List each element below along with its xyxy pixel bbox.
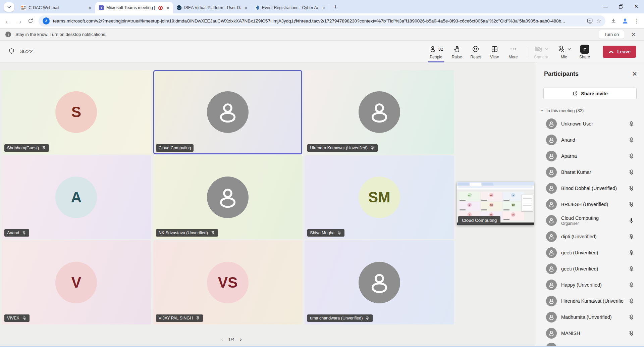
people-button[interactable]: 32 People bbox=[425, 42, 447, 62]
participant-row[interactable]: Aparna bbox=[536, 148, 644, 164]
reload-icon bbox=[28, 18, 34, 24]
back-button[interactable]: ← bbox=[5, 18, 11, 24]
browser-tab-event-registrations[interactable]: Event Registrations - Cyber Awa × bbox=[251, 2, 329, 13]
mic-button[interactable]: Mic bbox=[552, 42, 575, 62]
browser-tab-teams-meeting[interactable]: T Microsoft Teams meeting | × bbox=[95, 2, 173, 13]
mic-in-use-badge-icon[interactable] bbox=[43, 17, 50, 24]
mic-label: Mic bbox=[561, 55, 567, 59]
forward-button[interactable]: → bbox=[16, 18, 22, 24]
raise-hand-button[interactable]: Raise bbox=[447, 42, 466, 62]
camera-chevron-icon[interactable] bbox=[545, 48, 548, 50]
participant-row[interactable]: Unknown User bbox=[536, 116, 644, 132]
participant-avatar-icon bbox=[546, 247, 557, 258]
url-text[interactable]: teams.microsoft.com/v2/?meetingjoin=true… bbox=[53, 18, 583, 23]
page-next-icon[interactable]: › bbox=[239, 336, 241, 343]
participant-row[interactable]: Hirendra Kumawat (Unverified) bbox=[536, 293, 644, 309]
participant-mic-icon[interactable] bbox=[628, 250, 635, 256]
participant-mic-icon[interactable] bbox=[628, 169, 635, 176]
video-tile[interactable]: VS VIJAY PAL SINGH bbox=[153, 240, 303, 325]
url-bar[interactable]: teams.microsoft.com/v2/?meetingjoin=true… bbox=[39, 15, 605, 27]
participant-row[interactable]: Bharat Kumar bbox=[536, 164, 644, 180]
participant-mic-icon[interactable] bbox=[628, 121, 635, 127]
participant-name: NK Srivastava (Unverified) bbox=[159, 231, 208, 235]
browser-tab-cdac-webmail[interactable]: C-DAC Webmail × bbox=[17, 2, 95, 13]
camera-button[interactable]: Camera bbox=[530, 42, 552, 62]
video-tile[interactable]: uma chandwara (Unverified) bbox=[305, 240, 454, 325]
meeting-timer: 36:22 bbox=[8, 48, 33, 55]
video-tile[interactable]: Cloud Computing bbox=[153, 70, 303, 154]
participant-mic-icon[interactable] bbox=[628, 314, 635, 320]
participant-row[interactable]: dipti (Unverified) bbox=[536, 229, 644, 245]
panel-title: Participants bbox=[544, 70, 632, 78]
participant-row[interactable]: geeti (Unverified) bbox=[536, 245, 644, 261]
install-app-icon[interactable] bbox=[587, 18, 593, 24]
browser-tab-isea-platform[interactable]: ISEA Virtual Platform - User Das × bbox=[173, 2, 251, 13]
turn-on-button[interactable]: Turn on bbox=[599, 30, 624, 39]
participant-mic-icon[interactable] bbox=[628, 153, 635, 159]
mic-chevron-icon[interactable] bbox=[568, 48, 571, 50]
participant-mic-icon[interactable] bbox=[628, 201, 635, 208]
react-button[interactable]: React bbox=[466, 42, 485, 62]
tab-close-icon[interactable]: × bbox=[87, 5, 93, 11]
meeting-toolbar: 36:22 32 People Raise React bbox=[0, 41, 644, 62]
in-meeting-section-header[interactable]: ▼ In this meeting (32) bbox=[541, 108, 644, 113]
reload-button[interactable] bbox=[28, 18, 34, 24]
tab-close-icon[interactable]: × bbox=[321, 5, 327, 11]
participant-row[interactable]: MANISH bbox=[536, 325, 644, 341]
downloads-icon[interactable] bbox=[610, 18, 616, 24]
person-placeholder-icon bbox=[207, 91, 249, 133]
panel-close-icon[interactable]: ✕ bbox=[632, 71, 637, 77]
participant-mic-icon[interactable] bbox=[628, 137, 635, 143]
participant-row[interactable]: Madhumita (Unverified) bbox=[536, 309, 644, 325]
participant-name: Hirendra Kumawat (Unverified) bbox=[310, 146, 368, 150]
participant-row[interactable]: Binod Dobhal (Unverified) bbox=[536, 180, 644, 196]
participant-row[interactable]: Cloud Computing Organiser bbox=[536, 212, 644, 229]
window-close-button[interactable]: ✕ bbox=[629, 0, 644, 13]
people-label: People bbox=[430, 55, 442, 59]
recording-indicator-icon bbox=[158, 6, 163, 10]
more-button[interactable]: More bbox=[504, 42, 523, 62]
leave-button[interactable]: Leave bbox=[603, 46, 636, 58]
video-tile[interactable]: V VIVEK bbox=[2, 240, 151, 325]
participant-mic-icon[interactable] bbox=[628, 266, 635, 272]
participant-mic-icon[interactable] bbox=[628, 217, 635, 224]
browser-menu-icon[interactable]: ⋮ bbox=[634, 17, 639, 24]
tab-close-icon[interactable]: × bbox=[165, 5, 171, 11]
participant-name: Happy (Unverified) bbox=[561, 282, 624, 288]
page-previous-icon[interactable]: ‹ bbox=[221, 336, 223, 343]
share-button[interactable]: Share bbox=[575, 42, 594, 62]
video-tile[interactable]: A Anand bbox=[2, 155, 151, 240]
share-invite-label: Share invite bbox=[581, 91, 607, 96]
notification-close-icon[interactable]: ✕ bbox=[629, 31, 639, 38]
profile-avatar-icon[interactable] bbox=[622, 17, 629, 24]
video-tile[interactable]: NK Srivastava (Unverified) bbox=[153, 155, 303, 240]
participant-mic-icon[interactable] bbox=[628, 234, 635, 240]
person-placeholder-icon bbox=[207, 177, 249, 218]
tile-avatar: VS bbox=[153, 240, 303, 325]
window-restore-button[interactable] bbox=[613, 0, 629, 13]
preview-name-bar bbox=[481, 209, 487, 210]
participant-row[interactable]: Anand bbox=[536, 132, 644, 148]
video-tile[interactable]: SM Shiva Mogha bbox=[305, 155, 454, 240]
preview-tile: CC bbox=[459, 192, 480, 201]
person-placeholder-icon bbox=[359, 91, 400, 133]
window-minimize-button[interactable]: — bbox=[598, 0, 613, 13]
video-tile[interactable]: S Shubham(Guest) bbox=[2, 70, 151, 154]
video-tile[interactable]: Hirendra Kumawat (Unverified) bbox=[305, 70, 454, 154]
participant-row[interactable]: geeti (Unverified) bbox=[536, 261, 644, 277]
tab-search-button[interactable] bbox=[4, 2, 14, 12]
participant-mic-icon[interactable] bbox=[628, 282, 635, 288]
share-invite-button[interactable]: Share invite bbox=[543, 88, 637, 99]
participant-mic-icon[interactable] bbox=[628, 185, 635, 192]
participant-mic-icon[interactable] bbox=[628, 298, 635, 304]
preview-name-bar bbox=[503, 209, 509, 210]
view-button[interactable]: View bbox=[485, 42, 504, 62]
tab-close-icon[interactable]: × bbox=[243, 5, 249, 11]
participant-mic-icon[interactable] bbox=[628, 330, 635, 337]
bookmark-star-icon[interactable]: ☆ bbox=[596, 17, 601, 24]
window-controls: — ✕ bbox=[598, 0, 644, 13]
participant-row[interactable]: Happy (Unverified) bbox=[536, 277, 644, 293]
new-tab-button[interactable]: + bbox=[331, 2, 340, 12]
participant-row[interactable]: BRIJESH (Unverified) bbox=[536, 196, 644, 212]
timer-value: 36:22 bbox=[20, 48, 33, 54]
